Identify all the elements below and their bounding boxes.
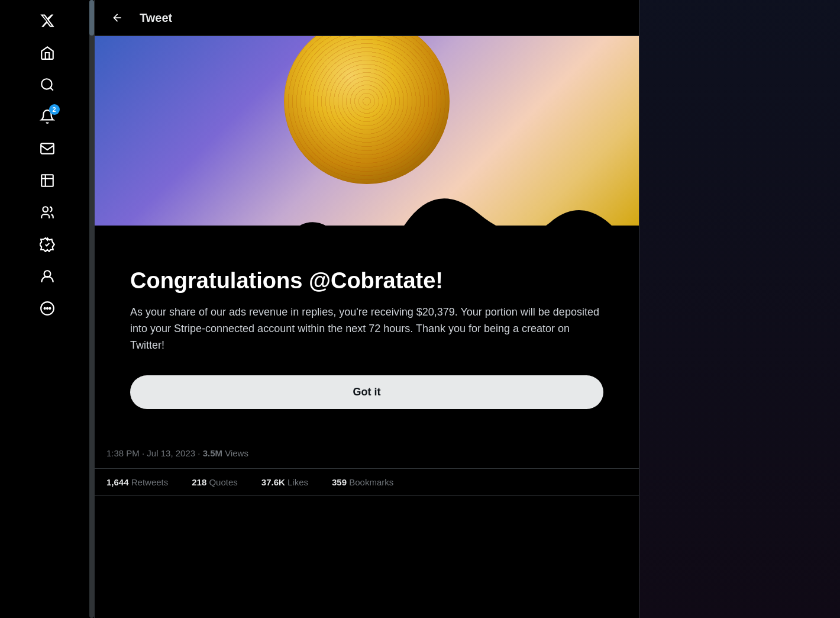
profile-icon (40, 269, 55, 284)
sidebar-item-communities[interactable] (33, 198, 62, 227)
x-logo-icon (40, 13, 55, 28)
home-icon (40, 45, 55, 60)
sidebar-item-profile[interactable] (33, 262, 62, 291)
tweet-image-card: Congratulations @Cobratate! As your shar… (95, 36, 639, 439)
more-icon (40, 301, 55, 316)
mail-icon (40, 141, 55, 156)
congrats-title: Congratulations @Cobratate! (130, 268, 603, 294)
tweet-stat-bookmarks[interactable]: 359 Bookmarks (332, 477, 393, 487)
verified-icon (40, 237, 55, 252)
svg-rect-2 (41, 175, 53, 186)
got-it-button[interactable]: Got it (130, 375, 603, 409)
sidebar-item-notifications[interactable]: 2 (33, 102, 62, 131)
main-content: Tweet Congratulations @Cobratate! As you… (95, 0, 639, 618)
tweet-header: Tweet (95, 0, 639, 36)
svg-rect-1 (41, 143, 54, 153)
svg-point-6 (44, 308, 45, 309)
bookmark-icon (40, 173, 55, 188)
tweet-stats: 1,644 Retweets218 Quotes37.6K Likes359 B… (95, 469, 639, 496)
sidebar-item-messages[interactable] (33, 134, 62, 163)
tweet-stat-retweets[interactable]: 1,644 Retweets (106, 477, 168, 487)
page-title: Tweet (140, 11, 172, 25)
svg-point-7 (46, 308, 47, 309)
tweet-stat-likes[interactable]: 37.6K Likes (261, 477, 308, 487)
x-logo[interactable] (33, 6, 62, 36)
views-label: Views (225, 448, 248, 458)
sidebar: 2 (0, 0, 95, 618)
back-arrow-icon (111, 12, 123, 24)
sidebar-item-bookmarks[interactable] (33, 166, 62, 195)
scrollbar-thumb (89, 0, 94, 36)
notification-badge: 2 (49, 104, 60, 115)
search-icon (40, 77, 55, 92)
right-panel-overlay (639, 0, 840, 618)
svg-point-0 (41, 79, 51, 89)
sidebar-item-verified[interactable] (33, 230, 62, 259)
views-count: 3.5M (203, 448, 222, 458)
people-icon (40, 205, 55, 220)
congrats-body: As your share of our ads revenue in repl… (130, 304, 603, 354)
sidebar-item-search[interactable] (33, 70, 62, 99)
tweet-timestamp: 1:38 PM · Jul 13, 2023 · 3.5M Views (106, 448, 248, 458)
scrollbar (89, 0, 94, 618)
back-button[interactable] (106, 7, 128, 28)
separator: · (198, 448, 202, 458)
svg-point-3 (43, 207, 48, 212)
timestamp-text: 1:38 PM · Jul 13, 2023 (106, 448, 195, 458)
tweet-area: Congratulations @Cobratate! As your shar… (95, 36, 639, 618)
sidebar-item-home[interactable] (33, 38, 62, 67)
card-content-overlay: Congratulations @Cobratate! As your shar… (95, 244, 639, 439)
right-panel (639, 0, 840, 618)
sidebar-item-more[interactable] (33, 294, 62, 323)
svg-point-8 (49, 308, 50, 309)
tweet-stat-quotes[interactable]: 218 Quotes (192, 477, 238, 487)
tweet-meta: 1:38 PM · Jul 13, 2023 · 3.5M Views (95, 439, 639, 469)
